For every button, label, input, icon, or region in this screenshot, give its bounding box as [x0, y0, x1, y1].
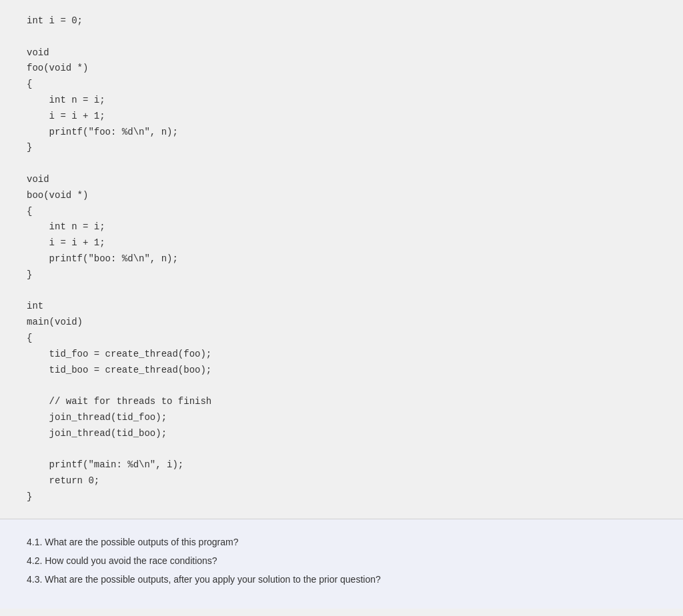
question-item-1: 4.1. What are the possible outputs of th… [27, 533, 656, 551]
code-display: int i = 0; void foo(void *) { int n = i;… [27, 13, 656, 505]
code-section: int i = 0; void foo(void *) { int n = i;… [0, 0, 683, 519]
questions-section: 4.1. What are the possible outputs of th… [0, 519, 683, 609]
question-item-3: 4.3. What are the possible outputs, afte… [27, 570, 656, 589]
question-item-2: 4.2. How could you avoid the race condit… [27, 551, 656, 570]
